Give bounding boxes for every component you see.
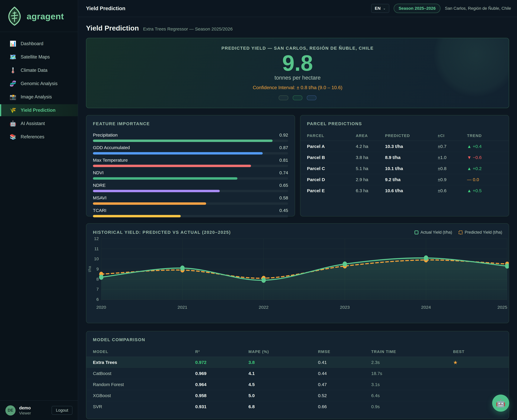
legend-item: Actual Yield (t/ha)	[414, 230, 452, 235]
historical-yield-card: HISTORICAL YIELD: PREDICTED VS ACTUAL (2…	[86, 223, 509, 323]
parcel-trend: ▼ −0.6	[467, 155, 502, 160]
feature-bar-track	[93, 152, 288, 155]
sidebar-item-label: Satellite Maps	[21, 54, 50, 60]
model-mape: 6.8	[248, 404, 318, 409]
parcel-row: Parcel D 2.9 ha 9.2 t/ha ±0.9 — 0.0	[300, 174, 509, 185]
parcel-name: Parcel D	[307, 177, 356, 182]
parcel-area: 3.8 ha	[356, 155, 385, 160]
feature-row: TCARI 0.45	[93, 208, 288, 217]
sidebar-item-genomic-analysis[interactable]: 🧬 Genomic Analysis	[0, 78, 78, 90]
feature-bar-fill	[93, 165, 251, 167]
model-rmse: 0.41	[318, 360, 371, 365]
sidebar-menu: 📊 Dashboard 🗺️ Satellite Maps 🌡️ Climate…	[0, 32, 78, 400]
user-block: DE demo Viewer Logout	[0, 400, 78, 420]
parcel-ci: ±0.9	[438, 177, 467, 182]
model-row: SVR 0.931 6.8 0.66 0.9s	[86, 401, 509, 412]
sidebar-item-label: Climate Data	[21, 68, 47, 73]
sidebar-item-icon: 🗺️	[10, 54, 16, 60]
parcel-name: Parcel A	[307, 144, 356, 149]
sidebar-item-yield-prediction[interactable]: 🌾 Yield Prediction	[0, 104, 78, 116]
feature-bar-fill	[93, 152, 263, 155]
sidebar-item-references[interactable]: 📚 References	[0, 131, 78, 143]
feature-row: NDRE 0.65	[93, 183, 288, 192]
parcel-area: 4.2 ha	[356, 144, 385, 149]
ai-assistant-fab[interactable]: 🤖	[492, 395, 509, 412]
feature-bar-track	[93, 202, 288, 205]
parcel-trend: ▲ +0.5	[467, 188, 502, 193]
svg-text:2025: 2025	[497, 305, 507, 310]
feature-row: GDD Accumulated 0.87	[93, 145, 288, 155]
svg-text:11: 11	[94, 247, 99, 251]
robot-icon: 🤖	[496, 399, 506, 408]
predicted-yield-value: 9.8	[282, 51, 313, 75]
model-mape: 4.5	[248, 382, 318, 387]
model-table-header: MODEL R² MAPE (%) RMSE TRAIN TIME BEST	[86, 347, 509, 357]
sidebar: agragent 📊 Dashboard 🗺️ Satellite Maps 🌡…	[0, 0, 78, 420]
svg-text:6: 6	[96, 297, 99, 302]
model-row: XGBoost 0.958 5.0 0.52 6.4s	[86, 390, 509, 401]
model-name: SVR	[93, 404, 195, 409]
feature-bar-fill	[93, 202, 206, 205]
yield-line-chart: 6789101112202020212022202320242025t/ha	[86, 237, 509, 314]
hero-badge	[279, 95, 288, 100]
content: Yield Prediction Extra Trees Regressor —…	[78, 17, 517, 420]
feature-label: TCARI	[93, 208, 106, 213]
model-train-time: 18.7s	[371, 371, 453, 376]
sidebar-item-ai-assistant[interactable]: 🤖 AI Assistant	[0, 118, 78, 129]
sidebar-item-image-analysis[interactable]: 📸 Image Analysis	[0, 91, 78, 103]
parcel-predictions-card: PARCEL PREDICTIONS PARCEL AREA PREDICTED…	[300, 115, 509, 217]
feature-bar-fill	[93, 177, 237, 180]
model-rmse: 0.66	[318, 404, 371, 409]
sidebar-item-icon: 🧬	[10, 81, 16, 87]
sidebar-item-icon: 🌾	[10, 107, 16, 113]
leaf-logo-icon	[7, 7, 22, 26]
feature-value: 0.45	[279, 208, 288, 213]
parcel-ci: ±1.0	[438, 155, 467, 160]
svg-text:9: 9	[96, 267, 99, 271]
sidebar-item-icon: 📊	[10, 41, 16, 47]
svg-text:8: 8	[96, 277, 99, 281]
avatar: DE	[5, 405, 15, 415]
model-rmse: 0.47	[318, 382, 371, 387]
feature-bar-track	[93, 165, 288, 167]
model-train-time: 6.4s	[371, 393, 453, 398]
model-r2: 0.964	[195, 382, 248, 387]
parcel-area: 2.9 ha	[356, 177, 385, 182]
svg-text:12: 12	[94, 237, 99, 241]
sidebar-item-satellite-maps[interactable]: 🗺️ Satellite Maps	[0, 51, 78, 63]
model-row: CatBoost 0.969 4.1 0.44 18.7s	[86, 368, 509, 379]
predicted-yield-unit: tonnes per hectare	[275, 75, 321, 81]
hero-label: PREDICTED YIELD — SAN CARLOS, REGIÓN DE …	[221, 46, 374, 51]
logout-button[interactable]: Logout	[52, 406, 72, 415]
model-table-body: Extra Trees 0.972 3.8 0.41 2.3s ★ CatBoo…	[86, 357, 509, 412]
feature-bar-track	[93, 215, 288, 217]
parcel-row: Parcel E 6.3 ha 10.6 t/ha ±0.6 ▲ +0.5	[300, 185, 509, 196]
model-rmse: 0.52	[318, 393, 371, 398]
parcel-predicted: 10.6 t/ha	[385, 188, 438, 193]
sidebar-item-dashboard[interactable]: 📊 Dashboard	[0, 38, 78, 50]
parcel-ci: ±0.8	[438, 166, 467, 171]
parcel-name: Parcel E	[307, 188, 356, 193]
parcel-ci: ±0.6	[438, 188, 467, 193]
parcel-table-body: Parcel A 4.2 ha 10.3 t/ha ±0.7 ▲ +0.4 Pa…	[300, 141, 509, 196]
feature-value: 0.87	[279, 145, 288, 150]
model-comparison-title: MODEL COMPARISON	[86, 337, 509, 342]
user-name: demo	[19, 405, 48, 411]
sidebar-item-label: AI Assistant	[21, 121, 45, 126]
parcel-name: Parcel B	[307, 155, 356, 160]
legend-label: Actual Yield (t/ha)	[420, 230, 452, 235]
svg-text:2021: 2021	[178, 305, 187, 310]
page-subtitle: Extra Trees Regressor — Season 2025/2026	[143, 26, 233, 31]
sidebar-item-climate-data[interactable]: 🌡️ Climate Data	[0, 64, 78, 76]
legend-item: Predicted Yield (t/ha)	[459, 230, 502, 235]
language-select[interactable]: EN ⌄	[371, 4, 389, 13]
sidebar-item-icon: 🤖	[10, 120, 16, 127]
sidebar-item-icon: 🌡️	[10, 67, 16, 74]
parcel-row: Parcel B 3.8 ha 8.9 t/ha ±1.0 ▼ −0.6	[300, 152, 509, 163]
feature-row: Precipitation 0.92	[93, 133, 288, 142]
sidebar-item-icon: 📚	[10, 134, 16, 140]
sidebar-item-icon: 📸	[10, 94, 16, 100]
feature-label: MSAVI	[93, 195, 106, 200]
legend-label: Predicted Yield (t/ha)	[465, 230, 502, 235]
feature-value: 0.58	[279, 195, 288, 200]
